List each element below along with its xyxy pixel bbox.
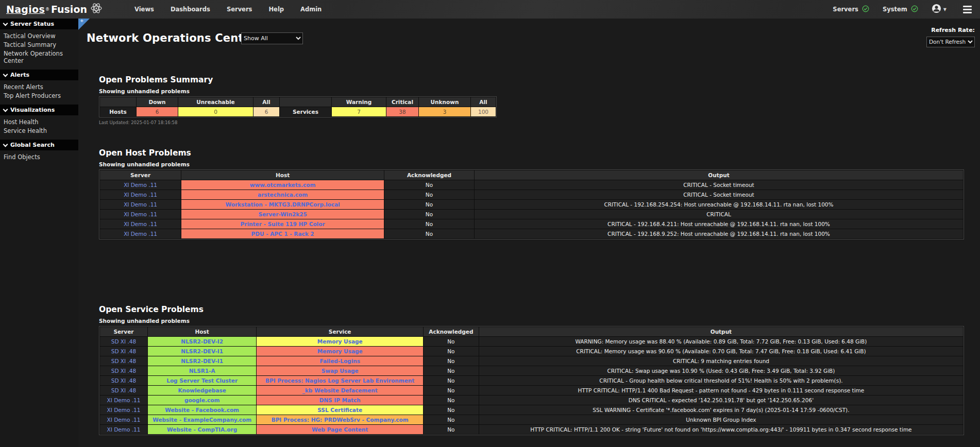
hamburger-menu-icon[interactable] <box>963 6 972 13</box>
service-col-header: Server <box>100 327 147 336</box>
service-cell: Swap Usage <box>257 366 423 375</box>
server-link[interactable]: XI Demo .11 <box>124 201 157 208</box>
nav-item-dashboards[interactable]: Dashboards <box>171 6 210 13</box>
host-cell: Knowledgebase <box>148 386 257 395</box>
problem-output: HTTP CRITICAL: HTTP/1.1 400 Bad Request … <box>479 386 963 395</box>
host-link[interactable]: Website - CompTIA.org <box>167 426 237 433</box>
problem-output: CRITICAL: 9 matching entries found <box>479 356 963 366</box>
host-link[interactable]: Printer - Suite 119 HP Color <box>241 221 325 227</box>
problem-output: CRITICAL: Swap usage was 10.90 % (Used: … <box>479 366 963 375</box>
host-cell: Log Server Test Cluster <box>148 376 257 385</box>
main-content: + Network Operations Center Show All Ref… <box>78 19 980 447</box>
service-link[interactable]: SSL Certificate <box>317 407 362 413</box>
view-filter-select[interactable]: Show All <box>241 32 303 44</box>
service-link[interactable]: _kb Website Defacement <box>302 387 378 393</box>
server-link[interactable]: SD XI .48 <box>111 387 136 393</box>
service-link[interactable]: DNS IP Match <box>319 397 361 403</box>
host-link[interactable]: NLSR1-A <box>189 368 215 374</box>
server-link[interactable]: XI Demo .11 <box>124 231 157 237</box>
summary-value-cell: 7 <box>332 107 386 116</box>
acknowledged-value: No <box>424 396 479 405</box>
server-link[interactable]: XI Demo .11 <box>107 426 141 433</box>
service-link[interactable]: Swap Usage <box>322 368 359 374</box>
host-cell: arstechnica.com <box>181 190 384 199</box>
sidebar-section-global-search[interactable]: Global Search <box>0 140 78 150</box>
summary-col-header: Down <box>137 97 178 107</box>
sidebar-item-host-health[interactable]: Host Health <box>4 118 75 126</box>
host-link[interactable]: NLSR2-DEV-I1 <box>181 358 223 364</box>
host-cell: google.com <box>148 396 257 405</box>
host-link[interactable]: arstechnica.com <box>258 192 308 198</box>
refresh-rate-select[interactable]: Don't Refresh <box>926 37 975 47</box>
nagios-fusion-logo[interactable]: Nagios®Fusion <box>0 2 108 16</box>
brand-product: Fusion <box>51 4 87 15</box>
server-link[interactable]: SD XI .48 <box>111 358 136 364</box>
sidebar-item-top-alert-producers[interactable]: Top Alert Producers <box>4 92 75 99</box>
host-col-header: Acknowledged <box>384 170 474 180</box>
nav-item-admin[interactable]: Admin <box>300 6 322 13</box>
service-link[interactable]: BPI Process: HG: PRDWebSrv - Company.com <box>272 417 409 423</box>
sidebar-section-alerts[interactable]: Alerts <box>0 70 78 80</box>
service-link[interactable]: Memory Usage <box>317 338 363 345</box>
service-link[interactable]: Memory Usage <box>317 348 363 354</box>
host-link[interactable]: PDU - APC 1 - Rack 2 <box>251 231 314 237</box>
sidebar-item-tactical-summary[interactable]: Tactical Summary <box>4 41 75 48</box>
host-col-header: Output <box>475 170 963 180</box>
sidebar-item-service-health[interactable]: Service Health <box>4 127 75 134</box>
sidebar-section-title: Visualizations <box>10 107 55 113</box>
table-row: SD XI .48NLSR2-DEV-I1Memory UsageNoCRITI… <box>100 347 963 356</box>
service-link[interactable]: Failed-Logins <box>319 358 360 364</box>
sidebar-item-recent-alerts[interactable]: Recent Alerts <box>4 83 75 91</box>
sidebar-section-title: Alerts <box>10 72 29 78</box>
server-cell: XI Demo .11 <box>100 219 181 229</box>
nav-status-servers[interactable]: Servers <box>833 5 869 14</box>
server-link[interactable]: SD XI .48 <box>111 338 136 345</box>
server-link[interactable]: SD XI .48 <box>111 368 136 374</box>
sidebar-item-find-objects[interactable]: Find Objects <box>4 153 75 161</box>
host-link[interactable]: Website - Facebook.com <box>165 407 239 413</box>
host-link[interactable]: Workstation - MKTG3.DRNPCorp.local <box>226 201 340 208</box>
server-cell: XI Demo .11 <box>100 396 147 405</box>
service-link[interactable]: BPI Process: Nagios Log Server Lab Envir… <box>265 377 414 384</box>
nav-item-help[interactable]: Help <box>268 6 284 13</box>
host-link[interactable]: NLSR2-DEV-I1 <box>181 348 223 354</box>
server-link[interactable]: XI Demo .11 <box>107 417 141 423</box>
summary-value-cell: 6 <box>254 107 279 116</box>
sidebar-item-tactical-overview[interactable]: Tactical Overview <box>4 32 75 40</box>
sidebar-section-server-status[interactable]: Server Status <box>0 19 78 29</box>
table-row: XI Demo .11Workstation - MKTG3.DRNPCorp.… <box>100 200 963 209</box>
nav-status-system[interactable]: System <box>883 5 918 14</box>
server-link[interactable]: SD XI .48 <box>111 377 136 384</box>
sidebar-item-network-operations-center[interactable]: Network Operations Center <box>4 50 75 64</box>
nav-item-views[interactable]: Views <box>134 6 154 13</box>
server-link[interactable]: XI Demo .11 <box>124 182 157 188</box>
problem-output: CRITICAL - Socket timeout <box>475 180 963 190</box>
server-link[interactable]: XI Demo .11 <box>124 192 157 198</box>
service-link[interactable]: Web Page Content <box>312 426 368 433</box>
host-link[interactable]: google.com <box>184 397 220 403</box>
host-cell: NLSR2-DEV-I1 <box>148 347 257 356</box>
server-link[interactable]: XI Demo .11 <box>124 221 157 227</box>
acknowledged-value: No <box>424 425 479 434</box>
server-link[interactable]: XI Demo .11 <box>107 397 141 403</box>
service-cell: Web Page Content <box>257 425 423 434</box>
server-link[interactable]: XI Demo .11 <box>107 407 141 413</box>
nav-item-servers[interactable]: Servers <box>227 6 252 13</box>
host-link[interactable]: NLSR2-DEV-I2 <box>181 338 223 345</box>
table-row: XI Demo .11PDU - APC 1 - Rack 2NoCRITICA… <box>100 229 963 238</box>
service-cell: Failed-Logins <box>257 356 423 366</box>
host-link[interactable]: Website - ExampleCompany.com <box>153 417 251 423</box>
summary-table: DownUnreachableAllWarningCriticalUnknown… <box>99 96 497 117</box>
user-menu[interactable]: ▼ <box>932 4 947 15</box>
server-link[interactable]: SD XI .48 <box>111 348 136 354</box>
server-link[interactable]: XI Demo .11 <box>124 211 157 217</box>
host-link[interactable]: Server-Win2k25 <box>258 211 307 217</box>
host-link[interactable]: Log Server Test Cluster <box>166 377 238 384</box>
sidebar-section-visualizations[interactable]: Visualizations <box>0 105 78 115</box>
host-cell: www.otcmarkets.com <box>181 180 384 190</box>
host-link[interactable]: Knowledgebase <box>178 387 226 393</box>
host-link[interactable]: www.otcmarkets.com <box>250 182 316 188</box>
server-cell: SD XI .48 <box>100 366 147 375</box>
host-cell: NLSR2-DEV-I2 <box>148 337 257 346</box>
problem-output: CRITICAL - 192.168.254.254: Host unreach… <box>475 200 963 209</box>
